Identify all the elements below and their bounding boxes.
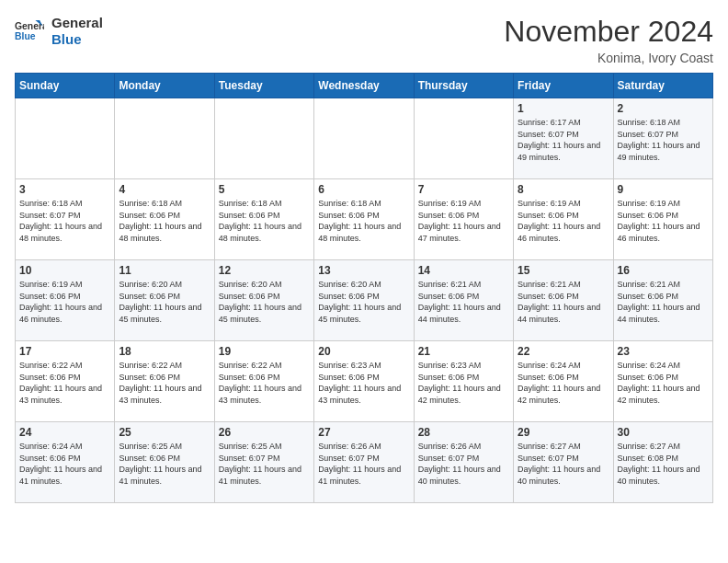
day-info: Sunrise: 6:17 AM Sunset: 6:07 PM Dayligh… <box>518 117 609 163</box>
day-info: Sunrise: 6:27 AM Sunset: 6:07 PM Dayligh… <box>518 441 609 487</box>
calendar-cell: 13Sunrise: 6:20 AM Sunset: 6:06 PM Dayli… <box>314 260 414 341</box>
calendar-cell <box>414 98 513 179</box>
calendar-cell: 25Sunrise: 6:25 AM Sunset: 6:06 PM Dayli… <box>115 422 214 503</box>
calendar-cell: 16Sunrise: 6:21 AM Sunset: 6:06 PM Dayli… <box>613 260 712 341</box>
day-number: 24 <box>19 426 110 439</box>
weekday-header-monday: Monday <box>115 74 214 98</box>
calendar-cell: 8Sunrise: 6:19 AM Sunset: 6:06 PM Daylig… <box>514 179 613 260</box>
logo-text-general: General <box>51 15 103 31</box>
calendar-cell: 9Sunrise: 6:19 AM Sunset: 6:06 PM Daylig… <box>613 179 712 260</box>
weekday-header-wednesday: Wednesday <box>314 74 414 98</box>
calendar-cell: 7Sunrise: 6:19 AM Sunset: 6:06 PM Daylig… <box>414 179 513 260</box>
day-number: 23 <box>618 345 709 358</box>
calendar-cell: 15Sunrise: 6:21 AM Sunset: 6:06 PM Dayli… <box>514 260 613 341</box>
calendar-cell: 18Sunrise: 6:22 AM Sunset: 6:06 PM Dayli… <box>115 341 214 422</box>
day-number: 26 <box>219 426 310 439</box>
day-info: Sunrise: 6:24 AM Sunset: 6:06 PM Dayligh… <box>618 360 709 406</box>
calendar-cell: 1Sunrise: 6:17 AM Sunset: 6:07 PM Daylig… <box>514 98 613 179</box>
day-number: 13 <box>318 264 409 277</box>
day-number: 25 <box>119 426 210 439</box>
calendar-cell: 28Sunrise: 6:26 AM Sunset: 6:07 PM Dayli… <box>414 422 513 503</box>
day-number: 20 <box>318 345 409 358</box>
day-number: 3 <box>19 183 110 196</box>
day-info: Sunrise: 6:22 AM Sunset: 6:06 PM Dayligh… <box>119 360 210 406</box>
day-number: 10 <box>19 264 110 277</box>
day-number: 8 <box>518 183 609 196</box>
day-number: 5 <box>219 183 310 196</box>
day-number: 14 <box>418 264 509 277</box>
day-info: Sunrise: 6:19 AM Sunset: 6:06 PM Dayligh… <box>518 198 609 244</box>
day-info: Sunrise: 6:26 AM Sunset: 6:07 PM Dayligh… <box>418 441 509 487</box>
day-info: Sunrise: 6:24 AM Sunset: 6:06 PM Dayligh… <box>19 441 110 487</box>
day-number: 18 <box>119 345 210 358</box>
calendar-cell: 4Sunrise: 6:18 AM Sunset: 6:06 PM Daylig… <box>115 179 214 260</box>
day-number: 6 <box>318 183 409 196</box>
logo: General Blue General Blue <box>15 15 103 48</box>
calendar-cell: 6Sunrise: 6:18 AM Sunset: 6:06 PM Daylig… <box>314 179 414 260</box>
logo-icon: General Blue <box>15 18 44 44</box>
calendar-cell: 24Sunrise: 6:24 AM Sunset: 6:06 PM Dayli… <box>16 422 115 503</box>
day-number: 21 <box>418 345 509 358</box>
day-info: Sunrise: 6:21 AM Sunset: 6:06 PM Dayligh… <box>518 279 609 325</box>
calendar-cell <box>214 98 313 179</box>
day-info: Sunrise: 6:18 AM Sunset: 6:06 PM Dayligh… <box>318 198 409 244</box>
day-info: Sunrise: 6:23 AM Sunset: 6:06 PM Dayligh… <box>418 360 509 406</box>
month-title: November 2024 <box>504 15 713 49</box>
day-number: 1 <box>518 102 609 115</box>
day-number: 22 <box>518 345 609 358</box>
day-info: Sunrise: 6:23 AM Sunset: 6:06 PM Dayligh… <box>318 360 409 406</box>
day-number: 16 <box>618 264 709 277</box>
day-info: Sunrise: 6:18 AM Sunset: 6:07 PM Dayligh… <box>19 198 110 244</box>
page-header: General Blue General Blue November 2024 … <box>15 15 713 65</box>
weekday-header-tuesday: Tuesday <box>214 74 313 98</box>
location: Konima, Ivory Coast <box>504 51 713 65</box>
svg-text:Blue: Blue <box>15 31 36 41</box>
calendar-cell: 21Sunrise: 6:23 AM Sunset: 6:06 PM Dayli… <box>414 341 513 422</box>
calendar-cell: 27Sunrise: 6:26 AM Sunset: 6:07 PM Dayli… <box>314 422 414 503</box>
calendar-cell: 5Sunrise: 6:18 AM Sunset: 6:06 PM Daylig… <box>214 179 313 260</box>
calendar-cell: 14Sunrise: 6:21 AM Sunset: 6:06 PM Dayli… <box>414 260 513 341</box>
calendar-cell <box>16 98 115 179</box>
weekday-header-sunday: Sunday <box>16 74 115 98</box>
calendar-cell: 12Sunrise: 6:20 AM Sunset: 6:06 PM Dayli… <box>214 260 313 341</box>
calendar-cell: 29Sunrise: 6:27 AM Sunset: 6:07 PM Dayli… <box>514 422 613 503</box>
calendar-cell: 23Sunrise: 6:24 AM Sunset: 6:06 PM Dayli… <box>613 341 712 422</box>
day-number: 30 <box>618 426 709 439</box>
calendar-cell: 3Sunrise: 6:18 AM Sunset: 6:07 PM Daylig… <box>16 179 115 260</box>
calendar-cell <box>115 98 214 179</box>
day-info: Sunrise: 6:19 AM Sunset: 6:06 PM Dayligh… <box>19 279 110 325</box>
calendar-cell: 22Sunrise: 6:24 AM Sunset: 6:06 PM Dayli… <box>514 341 613 422</box>
day-number: 17 <box>19 345 110 358</box>
calendar-cell: 2Sunrise: 6:18 AM Sunset: 6:07 PM Daylig… <box>613 98 712 179</box>
day-number: 15 <box>518 264 609 277</box>
day-info: Sunrise: 6:22 AM Sunset: 6:06 PM Dayligh… <box>219 360 310 406</box>
day-number: 7 <box>418 183 509 196</box>
calendar-cell <box>314 98 414 179</box>
calendar-cell: 19Sunrise: 6:22 AM Sunset: 6:06 PM Dayli… <box>214 341 313 422</box>
calendar-cell: 30Sunrise: 6:27 AM Sunset: 6:08 PM Dayli… <box>613 422 712 503</box>
calendar-cell: 10Sunrise: 6:19 AM Sunset: 6:06 PM Dayli… <box>16 260 115 341</box>
day-info: Sunrise: 6:24 AM Sunset: 6:06 PM Dayligh… <box>518 360 609 406</box>
day-info: Sunrise: 6:26 AM Sunset: 6:07 PM Dayligh… <box>318 441 409 487</box>
day-number: 2 <box>618 102 709 115</box>
calendar-cell: 17Sunrise: 6:22 AM Sunset: 6:06 PM Dayli… <box>16 341 115 422</box>
calendar-cell: 26Sunrise: 6:25 AM Sunset: 6:07 PM Dayli… <box>214 422 313 503</box>
weekday-header-thursday: Thursday <box>414 74 513 98</box>
day-info: Sunrise: 6:22 AM Sunset: 6:06 PM Dayligh… <box>19 360 110 406</box>
day-number: 9 <box>618 183 709 196</box>
day-info: Sunrise: 6:19 AM Sunset: 6:06 PM Dayligh… <box>418 198 509 244</box>
title-block: November 2024 Konima, Ivory Coast <box>504 15 713 65</box>
weekday-header-friday: Friday <box>514 74 613 98</box>
weekday-header-saturday: Saturday <box>613 74 712 98</box>
day-number: 4 <box>119 183 210 196</box>
day-number: 27 <box>318 426 409 439</box>
day-info: Sunrise: 6:27 AM Sunset: 6:08 PM Dayligh… <box>618 441 709 487</box>
day-number: 12 <box>219 264 310 277</box>
day-info: Sunrise: 6:21 AM Sunset: 6:06 PM Dayligh… <box>418 279 509 325</box>
day-info: Sunrise: 6:18 AM Sunset: 6:07 PM Dayligh… <box>618 117 709 163</box>
day-info: Sunrise: 6:20 AM Sunset: 6:06 PM Dayligh… <box>119 279 210 325</box>
day-info: Sunrise: 6:20 AM Sunset: 6:06 PM Dayligh… <box>318 279 409 325</box>
calendar-cell: 20Sunrise: 6:23 AM Sunset: 6:06 PM Dayli… <box>314 341 414 422</box>
day-number: 28 <box>418 426 509 439</box>
calendar-table: SundayMondayTuesdayWednesdayThursdayFrid… <box>15 73 713 503</box>
